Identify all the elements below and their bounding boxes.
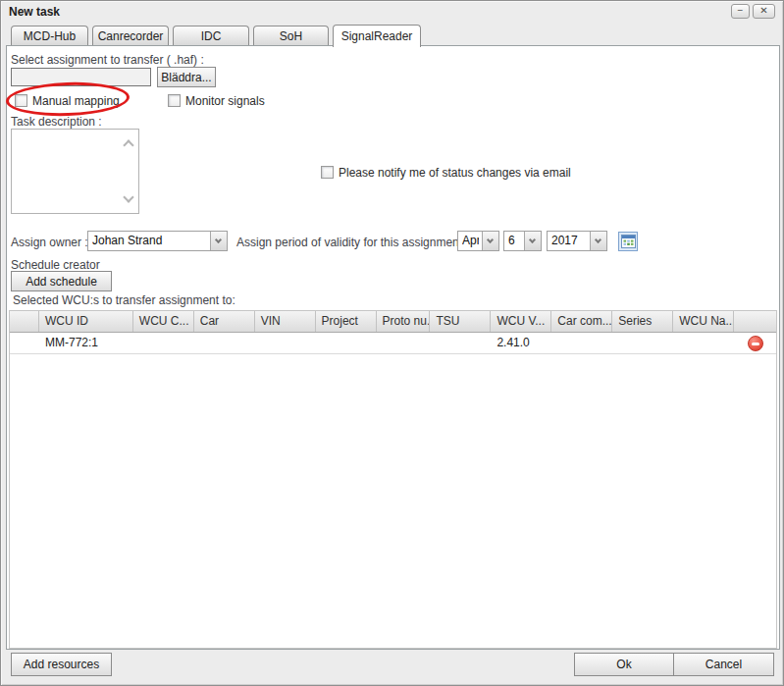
task-description-label: Task description :	[11, 115, 102, 129]
calendar-picker-button[interactable]	[618, 232, 638, 251]
column-header-wcu-c[interactable]: WCU C...	[133, 311, 194, 332]
column-header-car[interactable]: Car	[194, 311, 255, 332]
cell-series	[612, 333, 673, 353]
column-header-wcu-na[interactable]: WCU Na...	[673, 311, 734, 332]
validity-year-select[interactable]: 2017	[547, 231, 607, 251]
validity-day-value: 6	[508, 234, 521, 247]
scroll-down-icon[interactable]	[123, 191, 133, 202]
assign-owner-label: Assign owner :	[11, 236, 88, 249]
validity-day-select[interactable]: 6	[503, 231, 542, 251]
cell-wcu-na	[673, 333, 734, 353]
tab-signalreader[interactable]: SignalReader	[333, 25, 421, 47]
browse-button[interactable]: Bläddra...	[157, 67, 216, 87]
scroll-up-icon[interactable]	[123, 139, 133, 150]
dialog-title: New task	[9, 5, 60, 19]
validity-label: Assign period of validity for this assig…	[236, 236, 469, 249]
assign-owner-select[interactable]: Johan Strand	[87, 231, 228, 251]
table-row[interactable]: MM-772:1 2.41.0	[10, 333, 776, 354]
cell-wcu-id: MM-772:1	[39, 333, 133, 353]
tab-strip: MCD-Hub Canrecorder IDC SoH SignalReader	[1, 25, 783, 46]
wcu-table: WCU ID WCU C... Car VIN Project Proto nu…	[9, 310, 777, 649]
cell-car-com	[551, 333, 612, 353]
calendar-icon	[621, 235, 636, 248]
tab-soh[interactable]: SoH	[253, 26, 329, 46]
task-description-textarea[interactable]	[11, 129, 139, 214]
cell-actions	[734, 333, 776, 353]
add-resources-button-label: Add resources	[24, 658, 99, 671]
browse-button-label: Bläddra...	[161, 71, 211, 84]
column-header-tsu[interactable]: TSU	[430, 311, 491, 332]
tab-canrecorder[interactable]: Canrecorder	[92, 26, 169, 46]
column-header-wcu-id[interactable]: WCU ID	[39, 311, 133, 332]
cancel-button-label: Cancel	[706, 658, 742, 671]
email-notify-label: Please notify me of status changes via e…	[339, 166, 571, 180]
add-schedule-button-label: Add schedule	[26, 275, 97, 289]
add-schedule-button[interactable]: Add schedule	[11, 271, 112, 291]
assignment-file-input[interactable]	[11, 68, 151, 86]
ok-button[interactable]: Ok	[574, 653, 674, 676]
column-header-proto-nu[interactable]: Proto nu...	[377, 311, 431, 332]
column-header-car-com[interactable]: Car com...	[551, 311, 612, 332]
tab-mcd-hub[interactable]: MCD-Hub	[11, 26, 88, 46]
column-header-blank	[10, 311, 39, 332]
close-button[interactable]: ✕	[753, 4, 775, 19]
cell-tsu	[430, 333, 491, 353]
monitor-signals-label: Monitor signals	[185, 94, 265, 108]
cell-proto-nu	[377, 333, 431, 353]
column-header-actions	[734, 311, 776, 332]
cell-car	[194, 333, 255, 353]
cell-blank	[10, 333, 39, 353]
minimize-icon: −	[738, 5, 744, 16]
schedule-creator-label: Schedule creator	[11, 258, 100, 272]
validity-month-select[interactable]: Apr	[457, 231, 499, 251]
cell-wcu-v: 2.41.0	[491, 333, 551, 353]
cancel-button[interactable]: Cancel	[673, 653, 774, 676]
assign-owner-value: Johan Strand	[92, 234, 207, 247]
manual-mapping-label: Manual mapping	[32, 94, 120, 108]
ok-button-label: Ok	[616, 658, 631, 671]
column-header-wcu-v[interactable]: WCU V...	[491, 311, 551, 332]
minimize-button[interactable]: −	[731, 4, 750, 19]
email-notify-checkbox[interactable]	[321, 166, 334, 179]
column-header-project[interactable]: Project	[316, 311, 377, 332]
title-bar[interactable]: New task − ✕	[1, 1, 783, 24]
validity-year-value: 2017	[551, 234, 587, 247]
chevron-down-icon[interactable]	[524, 232, 541, 250]
chevron-down-icon[interactable]	[210, 232, 227, 250]
add-resources-button[interactable]: Add resources	[11, 653, 112, 676]
cell-project	[316, 333, 377, 353]
cell-vin	[255, 333, 316, 353]
new-task-dialog: New task − ✕ MCD-Hub Canrecorder IDC SoH…	[0, 0, 784, 686]
monitor-signals-checkbox[interactable]	[168, 94, 181, 107]
cell-wcu-c	[133, 333, 194, 353]
chevron-down-icon[interactable]	[590, 232, 606, 250]
chevron-down-icon[interactable]	[482, 232, 498, 250]
tab-idc[interactable]: IDC	[173, 26, 249, 46]
wcu-table-header: WCU ID WCU C... Car VIN Project Proto nu…	[10, 311, 776, 333]
selected-wcu-label: Selected WCU:s to transfer assignment to…	[13, 293, 235, 307]
column-header-series[interactable]: Series	[612, 311, 673, 332]
remove-row-icon[interactable]	[748, 336, 763, 351]
manual-mapping-checkbox[interactable]	[15, 94, 27, 107]
column-header-vin[interactable]: VIN	[255, 311, 316, 332]
close-icon: ✕	[759, 5, 767, 16]
validity-month-value: Apr	[462, 234, 479, 247]
assignment-label: Select assignment to transfer ( .haf) :	[11, 53, 204, 67]
